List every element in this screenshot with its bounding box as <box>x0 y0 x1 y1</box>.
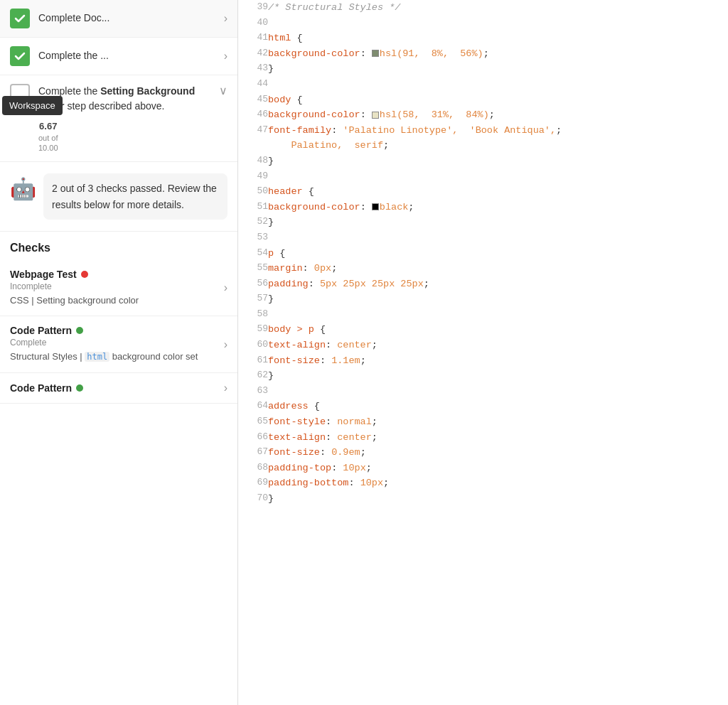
code-line: 46background-color: hsl(58, 31%, 84%); <box>238 107 728 123</box>
check-item-1-title: Webpage Test <box>10 269 220 280</box>
code-line: 63 <box>238 384 728 399</box>
code-line: 47font-family: 'Palatino Linotype', 'Boo… <box>238 123 728 139</box>
code-line: 49 <box>238 169 728 185</box>
check-item-webpage-test[interactable]: Webpage Test Incomplete CSS | Setting ba… <box>0 260 237 316</box>
line-number: 64 <box>238 399 268 414</box>
line-number: 45 <box>238 92 268 108</box>
line-code: html { <box>268 31 728 46</box>
code-line: Palatino, serif; <box>238 138 728 154</box>
code-line: 58 <box>238 307 728 323</box>
line-number: 59 <box>238 322 268 338</box>
chevron-check-2: › <box>224 338 228 351</box>
task-item-1[interactable]: Complete Doc... › <box>0 0 237 38</box>
code-line: 69padding-bottom: 10px; <box>238 475 728 491</box>
line-code: } <box>268 368 728 384</box>
line-code: padding: 5px 25px 25px 25px; <box>268 276 728 292</box>
task-label-2: Complete the ... <box>38 49 220 63</box>
expanded-task-content: Complete the Setting Background Color st… <box>38 84 215 114</box>
code-line: 50header { <box>238 184 728 200</box>
code-line: 54p { <box>238 246 728 262</box>
line-code: /* Structural Styles */ <box>268 0 728 16</box>
status-dot-red-1 <box>81 271 88 278</box>
line-code: background-color: black; <box>268 200 728 215</box>
expanded-title-prefix: Complete the <box>38 85 100 97</box>
line-code: body > p { <box>268 322 728 338</box>
line-number: 51 <box>238 200 268 215</box>
code-line: 51background-color: black; <box>238 200 728 215</box>
chevron-check-3: › <box>224 382 228 394</box>
checkbox-1 <box>10 9 30 28</box>
score-badge: 6.67 out of 10.00 <box>38 121 58 153</box>
check-item-code-pattern-2[interactable]: Code Pattern › <box>0 373 237 404</box>
code-line: 42background-color: hsl(91, 8%, 56%); <box>238 46 728 62</box>
check-icon <box>14 13 26 24</box>
chevron-right-icon-2: › <box>224 50 228 63</box>
line-number: 42 <box>238 46 268 62</box>
check-2-desc-code: html <box>85 352 109 362</box>
line-number: 69 <box>238 475 268 491</box>
code-line: 43} <box>238 61 728 77</box>
code-line: 48} <box>238 154 728 169</box>
check-item-2-content: Code Pattern Complete Structural Styles … <box>10 325 220 363</box>
code-line: 68padding-top: 10px; <box>238 461 728 476</box>
robot-message-section: 🤖 2 out of 3 checks passed. Review the r… <box>0 162 237 232</box>
line-number: 60 <box>238 338 268 353</box>
code-line: 44 <box>238 77 728 92</box>
check-item-3-title: Code Pattern <box>10 382 220 394</box>
line-code: address { <box>268 399 728 414</box>
line-code: } <box>268 491 728 507</box>
code-table: 39/* Structural Styles */40 41html {42ba… <box>238 0 728 507</box>
line-number: 47 <box>238 123 268 139</box>
line-code: text-align: center; <box>268 430 728 446</box>
line-number: 39 <box>238 0 268 16</box>
check-item-1-content: Webpage Test Incomplete CSS | Setting ba… <box>10 269 220 307</box>
code-line: 70} <box>238 491 728 507</box>
line-code <box>268 77 728 92</box>
expand-chevron-icon[interactable]: ∨ <box>219 84 228 97</box>
check-2-desc-suffix: background color set <box>109 351 198 362</box>
line-number: 52 <box>238 215 268 230</box>
code-line: 41html { <box>238 31 728 46</box>
code-line: 56padding: 5px 25px 25px 25px; <box>238 276 728 292</box>
line-number: 62 <box>238 368 268 384</box>
code-editor[interactable]: 39/* Structural Styles */40 41html {42ba… <box>238 0 728 705</box>
check-item-1-desc: CSS | Setting background color <box>10 294 220 307</box>
check-item-2-status: Complete <box>10 338 220 348</box>
code-line: 67font-size: 0.9em; <box>238 445 728 461</box>
line-code: padding-top: 10px; <box>268 461 728 476</box>
line-code: background-color: hsl(58, 31%, 84%); <box>268 107 728 123</box>
line-code <box>268 230 728 246</box>
line-number: 58 <box>238 307 268 323</box>
code-line: 59body > p { <box>238 322 728 338</box>
line-number: 63 <box>238 384 268 399</box>
code-line: 40 <box>238 16 728 31</box>
code-line: 61font-size: 1.1em; <box>238 353 728 369</box>
robot-text: 2 out of 3 checks passed. Review the res… <box>43 173 228 220</box>
line-number: 55 <box>238 261 268 276</box>
line-code: background-color: hsl(91, 8%, 56%); <box>268 46 728 62</box>
task-item-2[interactable]: Complete the ... › <box>0 38 237 75</box>
line-code: body { <box>268 92 728 108</box>
check-item-2-title: Code Pattern <box>10 325 220 336</box>
code-line: 39/* Structural Styles */ <box>238 0 728 16</box>
code-line: 65font-style: normal; <box>238 414 728 430</box>
code-line: 60text-align: center; <box>238 338 728 353</box>
line-code: text-align: center; <box>268 338 728 353</box>
check-icon-2 <box>14 50 26 62</box>
line-number: 50 <box>238 184 268 200</box>
line-number: 68 <box>238 461 268 476</box>
line-code: font-family: 'Palatino Linotype', 'Book … <box>268 123 728 139</box>
line-code: margin: 0px; <box>268 261 728 276</box>
line-code <box>268 384 728 399</box>
checks-title: Checks <box>0 232 237 260</box>
robot-icon: 🤖 <box>10 176 36 201</box>
code-line: 62} <box>238 368 728 384</box>
check-item-3-content: Code Pattern <box>10 382 220 394</box>
check-item-code-pattern-1[interactable]: Code Pattern Complete Structural Styles … <box>0 316 237 372</box>
score-value: 6.67 <box>38 121 58 133</box>
line-code: font-size: 1.1em; <box>268 353 728 369</box>
line-number: 57 <box>238 291 268 307</box>
line-number: 44 <box>238 77 268 92</box>
code-line: 66text-align: center; <box>238 430 728 446</box>
line-number: 56 <box>238 276 268 292</box>
